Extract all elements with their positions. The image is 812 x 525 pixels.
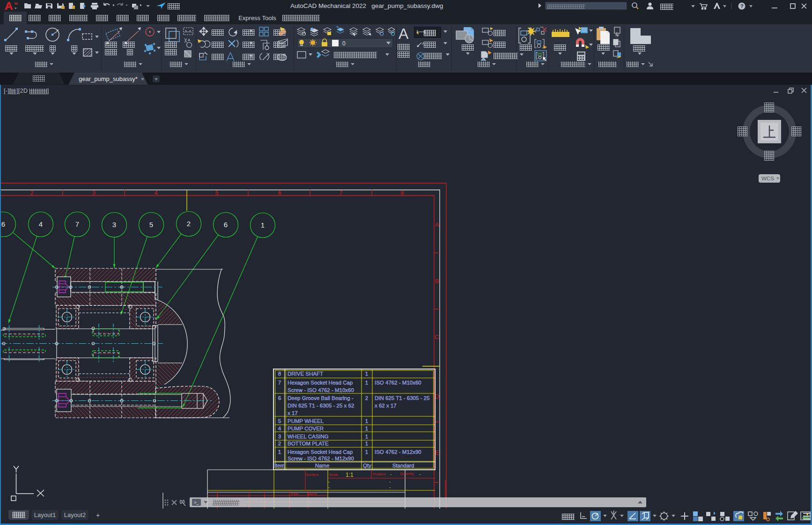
- svg-text:5: 5: [215, 189, 218, 196]
- svg-text:6: 6: [278, 189, 281, 196]
- svg-text:DRIVE SHAFT: DRIVE SHAFT: [288, 371, 323, 377]
- svg-text:5: 5: [149, 221, 153, 229]
- svg-text:Standard: Standard: [392, 463, 414, 468]
- svg-text:-: -: [389, 485, 391, 490]
- svg-text:4: 4: [154, 189, 157, 196]
- svg-text:1: 1: [261, 221, 265, 229]
- svg-text:3: 3: [112, 221, 116, 229]
- svg-text:6: 6: [278, 395, 281, 401]
- svg-text:E: E: [435, 449, 439, 456]
- svg-text:1: 1: [365, 418, 368, 424]
- svg-text:ISO 4762 - M10x60: ISO 4762 - M10x60: [375, 380, 421, 385]
- svg-text:Screw - ISO 4762 - M10x60: Screw - ISO 4762 - M10x60: [288, 387, 354, 393]
- svg-text:Screw - ISO 4762 - M12x90: Screw - ISO 4762 - M12x90: [288, 456, 354, 461]
- svg-text:1: 1: [365, 371, 368, 377]
- svg-text:3: 3: [92, 189, 95, 196]
- svg-text:Hexagon Socket Head Cap: Hexagon Socket Head Cap: [288, 449, 353, 455]
- svg-text:Surface: Surface: [306, 473, 319, 477]
- svg-text:DIN 625 T1 - 6305 - 25: DIN 625 T1 - 6305 - 25: [375, 395, 429, 401]
- svg-text:8: 8: [400, 189, 404, 196]
- svg-text:-: -: [328, 479, 330, 484]
- svg-text:B: B: [435, 278, 439, 285]
- svg-text:2: 2: [187, 220, 191, 228]
- svg-text:4: 4: [39, 220, 43, 228]
- svg-text:Date: Date: [291, 492, 299, 496]
- svg-text:8: 8: [278, 371, 281, 377]
- svg-text:Scale: Scale: [329, 473, 339, 477]
- svg-text:BOTTOM PLATE: BOTTOM PLATE: [288, 441, 329, 446]
- svg-text:6: 6: [1, 220, 5, 228]
- svg-text:0: 0: [342, 40, 346, 47]
- svg-text:1: 1: [365, 441, 368, 446]
- svg-text:PUMP WHEEL: PUMP WHEEL: [288, 418, 324, 424]
- svg-text:1: 1: [365, 434, 368, 439]
- svg-text:Hexagon Socket Head Cap: Hexagon Socket Head Cap: [288, 380, 353, 385]
- svg-text:2: 2: [365, 395, 368, 401]
- svg-text:1:1: 1:1: [346, 472, 354, 478]
- svg-text:1: 1: [365, 426, 368, 431]
- svg-text:-: -: [390, 472, 391, 477]
- svg-text:6: 6: [224, 221, 228, 229]
- svg-text:1: 1: [278, 449, 281, 455]
- svg-text:2: 2: [278, 441, 281, 446]
- svg-text:1: 1: [365, 449, 368, 455]
- svg-text:PUMP COVER: PUMP COVER: [288, 426, 324, 431]
- svg-text:A: A: [435, 221, 439, 228]
- svg-text:-: -: [328, 485, 330, 490]
- svg-text:ISO 4762 - M12x90: ISO 4762 - M12x90: [375, 449, 421, 455]
- svg-text:5: 5: [278, 418, 281, 424]
- svg-text:x 62 x 17: x 62 x 17: [375, 403, 397, 408]
- svg-text:3: 3: [278, 434, 281, 439]
- svg-text:4: 4: [278, 426, 281, 431]
- svg-text:Qty: Qty: [363, 463, 371, 468]
- svg-text:2: 2: [30, 189, 33, 196]
- svg-text:A: A: [188, 38, 191, 42]
- svg-text:Quantity: Quantity: [400, 472, 414, 476]
- svg-text:Position: Position: [373, 472, 386, 476]
- svg-text:Deep Groove Ball Bearing -: Deep Groove Ball Bearing -: [288, 395, 354, 401]
- svg-text:Item: Item: [274, 463, 285, 468]
- svg-text:DIN 625 T1 - 6305 - 25 x 62: DIN 625 T1 - 6305 - 25 x 62: [288, 403, 354, 408]
- svg-text:WHEEL CASING: WHEEL CASING: [288, 434, 329, 439]
- svg-text:-: -: [419, 472, 421, 477]
- svg-text:Name: Name: [307, 492, 317, 496]
- svg-text:x 17: x 17: [288, 410, 298, 416]
- svg-text:7: 7: [339, 189, 342, 196]
- svg-text:C: C: [435, 333, 439, 340]
- svg-text:1: 1: [365, 380, 368, 385]
- svg-text:A-A: A-A: [185, 29, 192, 34]
- svg-text:-: -: [389, 479, 391, 484]
- svg-text:7: 7: [75, 220, 79, 228]
- svg-text:Name: Name: [315, 463, 330, 468]
- svg-text:7: 7: [278, 380, 281, 385]
